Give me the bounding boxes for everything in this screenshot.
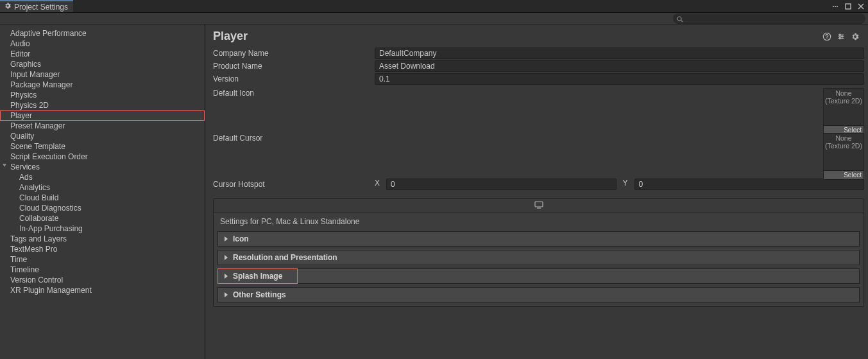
page-title: Player: [213, 30, 248, 43]
sidebar-item-xr-plugin-management[interactable]: XR Plugin Management: [0, 285, 205, 295]
svg-point-0: [833, 6, 834, 7]
svg-point-14: [842, 35, 843, 37]
svg-point-15: [839, 37, 840, 39]
default-cursor-label: Default Cursor: [213, 133, 372, 143]
foldout-splash-row-remainder[interactable]: [298, 268, 860, 284]
default-cursor-slot[interactable]: None(Texture 2D) Select: [823, 133, 864, 180]
product-name-input[interactable]: [375, 60, 864, 72]
default-icon-label: Default Icon: [213, 88, 372, 98]
sidebar-item-quality[interactable]: Quality: [0, 131, 205, 141]
texture-none-label: None: [835, 134, 851, 142]
chevron-right-icon: [225, 292, 228, 297]
maximize-icon[interactable]: [844, 2, 853, 11]
close-icon[interactable]: [856, 2, 865, 11]
settings-gear-icon[interactable]: [850, 31, 860, 42]
more-icon[interactable]: [831, 2, 840, 11]
foldout-title: Other Settings: [233, 290, 286, 299]
version-input[interactable]: [375, 73, 864, 85]
chevron-right-icon: [225, 236, 228, 241]
default-cursor-select-button[interactable]: Select: [823, 171, 864, 180]
svg-point-9: [826, 38, 827, 39]
sidebar-item-textmesh-pro[interactable]: TextMesh Pro: [0, 244, 205, 254]
preset-icon[interactable]: [836, 31, 846, 42]
sidebar-item-collaborate[interactable]: Collaborate: [0, 213, 205, 223]
sidebar-item-physics[interactable]: Physics: [0, 90, 205, 100]
texture-none-label: None: [835, 89, 851, 97]
sidebar-item-in-app-purchasing[interactable]: In-App Purchasing: [0, 223, 205, 234]
search-row: [0, 13, 868, 24]
hotspot-y-label: Y: [620, 179, 631, 190]
foldout-other-settings[interactable]: Other Settings: [217, 287, 860, 302]
content-header: Player: [205, 24, 868, 47]
chevron-down-icon: [3, 164, 6, 167]
sidebar-item-ads[interactable]: Ads: [0, 172, 205, 182]
cursor-hotspot-label: Cursor Hotspot: [213, 180, 372, 189]
settings-content: Player Company Name Product Name: [205, 24, 868, 359]
foldout-splash-image[interactable]: Splash Image: [217, 268, 298, 284]
search-input[interactable]: [673, 13, 865, 24]
foldout-title: Resolution and Presentation: [233, 253, 337, 262]
window-controls: [831, 0, 868, 12]
sidebar-item-editor[interactable]: Editor: [0, 49, 205, 59]
sidebar-item-package-manager[interactable]: Package Manager: [0, 80, 205, 90]
standalone-platform-icon[interactable]: [534, 201, 544, 211]
svg-point-1: [835, 6, 836, 7]
sidebar-item-player[interactable]: Player: [0, 110, 205, 121]
sidebar-item-cloud-build[interactable]: Cloud Build: [0, 193, 205, 203]
foldout-resolution[interactable]: Resolution and Presentation: [217, 250, 860, 265]
sidebar-item-tags-and-layers[interactable]: Tags and Layers: [0, 234, 205, 244]
hotspot-y-input[interactable]: [634, 179, 865, 190]
hotspot-x-label: X: [372, 179, 382, 190]
chevron-right-icon: [225, 274, 228, 279]
settings-sidebar: Adaptive Performance Audio Editor Graphi…: [0, 24, 205, 359]
project-settings-tab[interactable]: Project Settings: [0, 0, 73, 12]
sidebar-item-time[interactable]: Time: [0, 254, 205, 265]
sidebar-item-label: Services: [10, 162, 40, 171]
texture-type-label: (Texture 2D): [825, 142, 862, 150]
window-title: Project Settings: [14, 3, 68, 12]
sidebar-item-physics-2d[interactable]: Physics 2D: [0, 100, 205, 110]
version-label: Version: [213, 74, 372, 83]
default-icon-slot[interactable]: None(Texture 2D) Select: [823, 88, 864, 135]
texture-type-label: (Texture 2D): [825, 97, 862, 105]
sidebar-item-input-manager[interactable]: Input Manager: [0, 69, 205, 80]
platform-settings-panel: Settings for PC, Mac & Linux Standalone …: [213, 198, 864, 307]
product-name-label: Product Name: [213, 62, 372, 71]
svg-rect-16: [535, 202, 543, 207]
gear-icon: [4, 2, 12, 12]
foldout-title: Splash Image: [233, 272, 282, 281]
sidebar-item-adaptive-performance[interactable]: Adaptive Performance: [0, 28, 205, 39]
hotspot-x-input[interactable]: [386, 179, 617, 190]
sidebar-item-preset-manager[interactable]: Preset Manager: [0, 121, 205, 131]
sidebar-item-graphics[interactable]: Graphics: [0, 59, 205, 69]
svg-rect-3: [846, 4, 851, 9]
sidebar-item-analytics[interactable]: Analytics: [0, 182, 205, 193]
sidebar-item-script-execution-order[interactable]: Script Execution Order: [0, 152, 205, 162]
sidebar-item-audio[interactable]: Audio: [0, 39, 205, 49]
help-icon[interactable]: [822, 31, 832, 42]
svg-point-13: [839, 34, 840, 35]
settings-caption: Settings for PC, Mac & Linux Standalone: [214, 213, 864, 231]
window-tab-strip: Project Settings: [0, 0, 868, 13]
sidebar-item-services[interactable]: Services: [0, 162, 205, 172]
svg-point-2: [837, 6, 838, 7]
foldout-title: Icon: [233, 234, 249, 243]
sidebar-item-scene-template[interactable]: Scene Template: [0, 141, 205, 152]
foldout-icon[interactable]: Icon: [217, 231, 860, 247]
company-name-label: Company Name: [213, 49, 372, 58]
sidebar-item-cloud-diagnostics[interactable]: Cloud Diagnostics: [0, 203, 205, 213]
company-name-input[interactable]: [375, 48, 864, 59]
sidebar-item-timeline[interactable]: Timeline: [0, 265, 205, 275]
sidebar-item-version-control[interactable]: Version Control: [0, 275, 205, 285]
chevron-right-icon: [225, 255, 228, 260]
platform-tabs: [214, 199, 864, 213]
